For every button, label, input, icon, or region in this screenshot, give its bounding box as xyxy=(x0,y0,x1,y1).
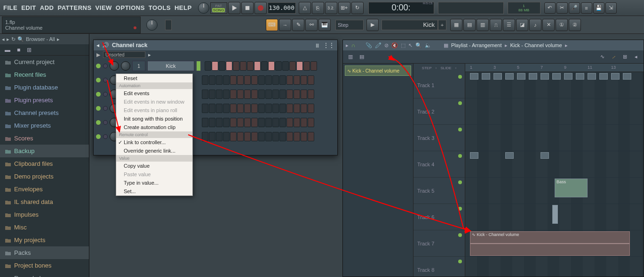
playlist-lane-2[interactable] xyxy=(465,98,644,125)
browser-tab-2[interactable]: ■ xyxy=(17,47,20,53)
step-8[interactable] xyxy=(258,75,265,85)
pl-tool-mute-icon[interactable]: 🔇 xyxy=(391,42,398,49)
view-close-button[interactable]: ✕ xyxy=(542,19,555,31)
step-5[interactable] xyxy=(237,75,244,85)
pattern-name[interactable]: Kick xyxy=(382,20,438,30)
step-5[interactable] xyxy=(237,104,244,113)
playlist-window[interactable]: ▸ ∩ 📎 🧷 ⊘ 🔇 ⬚ ↖ 🔍 🔈 ▦ Playlist - Arrange… xyxy=(342,40,644,277)
cr-group-arrow-icon[interactable]: ▸ xyxy=(148,52,151,58)
channel-mute[interactable] xyxy=(103,64,108,68)
step-15[interactable] xyxy=(310,61,317,71)
step-14[interactable] xyxy=(301,75,307,85)
browser-item-scores[interactable]: Scores xyxy=(0,132,89,145)
track-mute-led[interactable] xyxy=(458,101,462,105)
pat-song-switch[interactable]: PAT SONG xyxy=(210,2,227,14)
step-1[interactable] xyxy=(212,61,218,71)
channel-led[interactable] xyxy=(95,120,101,125)
step-9[interactable] xyxy=(265,118,272,127)
channel-mute[interactable] xyxy=(103,92,108,97)
playlist-lane-6[interactable] xyxy=(465,204,644,230)
pattern-clip[interactable] xyxy=(505,73,514,80)
menu-help[interactable]: HELP xyxy=(173,3,193,12)
step-11[interactable] xyxy=(279,90,286,99)
channel-rack-button[interactable]: ▥ xyxy=(477,19,489,31)
track-mute-led[interactable] xyxy=(458,128,462,131)
step-8[interactable] xyxy=(258,118,265,127)
pl-curve-icon[interactable]: ⟋ xyxy=(609,52,618,62)
tempo-tap-button[interactable]: ♪ xyxy=(529,19,541,31)
step-5[interactable] xyxy=(237,118,244,127)
step-15[interactable] xyxy=(308,90,314,99)
step-2[interactable] xyxy=(216,118,223,127)
pattern-clip[interactable] xyxy=(564,73,572,80)
step-0[interactable] xyxy=(202,75,208,85)
step-13[interactable] xyxy=(294,104,300,113)
pattern-clip[interactable] xyxy=(611,73,620,80)
step-8[interactable] xyxy=(258,90,265,99)
step-6[interactable] xyxy=(247,61,254,71)
channel-mute[interactable] xyxy=(103,78,108,82)
playlist-ruler[interactable]: 135791113 xyxy=(465,64,644,72)
bass-clip[interactable]: Bass xyxy=(555,179,588,197)
browser-item-packs[interactable]: Packs xyxy=(0,246,89,259)
pattern-clip[interactable] xyxy=(599,73,608,80)
step-9[interactable] xyxy=(265,90,272,99)
typing-keys-button[interactable]: ⌨ xyxy=(266,19,278,31)
step-7[interactable] xyxy=(251,118,258,127)
channel-led[interactable] xyxy=(95,106,101,111)
pl-menu-icon[interactable]: ▸ xyxy=(346,42,349,49)
step-3[interactable] xyxy=(223,90,230,99)
step-9[interactable] xyxy=(268,61,275,71)
browser-item-il-shared-data[interactable]: IL shared data xyxy=(0,196,89,208)
step-13[interactable] xyxy=(294,75,300,85)
track-header-6[interactable]: Track 6 xyxy=(413,204,465,230)
browser-item-recorded[interactable]: Recorded xyxy=(0,272,89,277)
step-7[interactable] xyxy=(251,132,258,141)
pattern-clip[interactable] xyxy=(482,73,490,80)
channel-rack-header[interactable]: ◂ 🔊 Channel rack ⫼ ⋮⋮ xyxy=(94,40,337,50)
save-button[interactable]: 💾 xyxy=(593,2,604,14)
step-7[interactable] xyxy=(251,75,258,85)
pl-bar-icon[interactable]: ⊞ xyxy=(620,52,629,62)
ctx-reset[interactable]: Reset xyxy=(116,74,192,82)
picker-clip-kick-volume[interactable]: ∿ Kick - Channel volume xyxy=(345,65,411,76)
track-header-3[interactable]: Track 3 xyxy=(413,125,465,151)
step-10[interactable] xyxy=(272,118,279,127)
pattern-clip[interactable] xyxy=(470,73,478,80)
channel-mute[interactable] xyxy=(103,106,108,111)
step-2[interactable] xyxy=(216,132,223,141)
playlist-lane-7[interactable]: ∿ Kick - Channel volume xyxy=(465,230,644,257)
audio-clip[interactable] xyxy=(552,205,558,224)
countdown-button[interactable]: 3.2. xyxy=(325,2,337,14)
browser-item-demo-projects[interactable]: Demo projects xyxy=(0,170,89,183)
pl-back-icon[interactable]: ◂ xyxy=(631,52,641,62)
step-14[interactable] xyxy=(301,118,307,127)
step-3[interactable] xyxy=(223,132,230,141)
playlist-lane-4[interactable] xyxy=(465,151,644,178)
pattern-clip[interactable] xyxy=(529,73,537,80)
cr-opts-icon[interactable]: ⋮⋮ xyxy=(323,42,334,49)
playlist-crumb-2[interactable]: Kick - Channel volume xyxy=(510,42,562,48)
step-0[interactable] xyxy=(205,61,211,71)
menu-patterns[interactable]: PATTERNS xyxy=(56,3,93,12)
step-0[interactable] xyxy=(202,132,208,141)
step-0[interactable] xyxy=(202,90,208,99)
step-11[interactable] xyxy=(279,104,286,113)
step-1[interactable] xyxy=(209,90,215,99)
step-4[interactable] xyxy=(230,118,237,127)
step-10[interactable] xyxy=(272,90,279,99)
channel-led[interactable] xyxy=(95,91,101,97)
overdub-button[interactable]: ⊞+ xyxy=(338,2,350,14)
browser-fwd-icon[interactable]: ▸ xyxy=(7,36,9,42)
browser-item-envelopes[interactable]: Envelopes xyxy=(0,183,89,196)
browser-item-backup[interactable]: Backup xyxy=(0,145,89,157)
ctx-override-generic-link-[interactable]: Override generic link... xyxy=(116,147,192,155)
playlist-crumb-1[interactable]: Playlist - Arrangement xyxy=(451,42,502,48)
step-6[interactable] xyxy=(244,75,251,85)
step-13[interactable] xyxy=(296,61,303,71)
track-mute-led[interactable] xyxy=(458,260,462,263)
step-1[interactable] xyxy=(209,118,215,127)
channel-mute[interactable] xyxy=(103,120,108,125)
cr-graph-icon[interactable]: ⫼ xyxy=(315,42,320,49)
ctx-type-in-value-[interactable]: Type in value... xyxy=(116,179,192,187)
